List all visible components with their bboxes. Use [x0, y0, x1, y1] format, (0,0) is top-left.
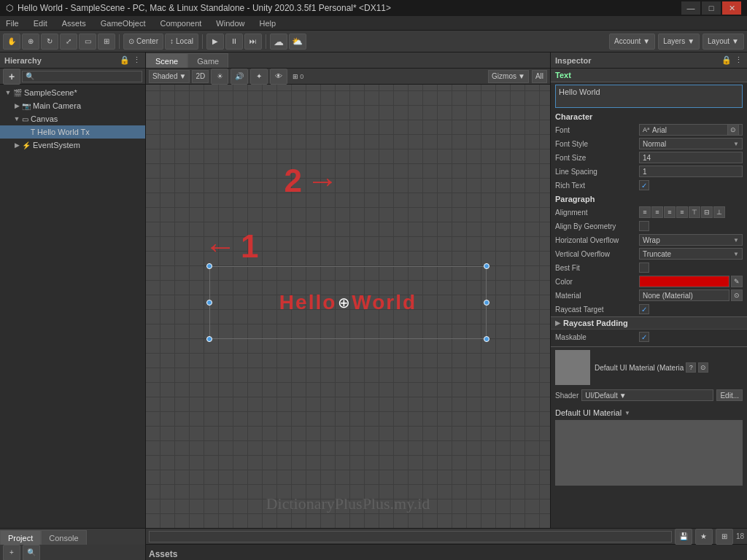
- align-bottom-button[interactable]: ⊥: [713, 206, 725, 218]
- menu-gameobject[interactable]: GameObject: [98, 18, 149, 29]
- align-top-button[interactable]: ⊤: [689, 206, 700, 218]
- tab-scene[interactable]: Scene: [146, 53, 187, 68]
- handle-tl[interactable]: [206, 263, 212, 269]
- align-middle-button[interactable]: ⊟: [701, 206, 713, 218]
- raycast-target-checkbox[interactable]: ✓: [639, 304, 649, 314]
- assets-filter-button[interactable]: ⊞: [716, 529, 733, 545]
- hierarchy-item-maincamera[interactable]: ▶ 📷 Main Camera: [0, 99, 145, 112]
- project-add-button[interactable]: +: [3, 545, 20, 561]
- audio-button[interactable]: 🔊: [231, 69, 248, 85]
- tab-game[interactable]: Game: [187, 53, 228, 68]
- layout-dropdown[interactable]: Layout ▼: [703, 34, 744, 50]
- font-style-dropdown[interactable]: Normal: [639, 138, 743, 149]
- default-material-title[interactable]: Default UI Material: [555, 408, 743, 417]
- rich-text-label: Rich Text: [555, 182, 639, 190]
- text-value-input[interactable]: Hello World: [555, 85, 743, 108]
- gizmos-dropdown[interactable]: Gizmos ▼: [488, 70, 529, 83]
- menu-component[interactable]: Component: [157, 18, 204, 29]
- hierarchy-add-button[interactable]: +: [3, 69, 20, 85]
- assets-save-search-button[interactable]: 💾: [675, 529, 692, 545]
- shading-mode-dropdown[interactable]: Shaded ▼: [149, 70, 190, 83]
- align-justify-button[interactable]: ≡: [676, 206, 688, 218]
- inspector-menu-icon[interactable]: ⋮: [735, 55, 743, 65]
- align-left-button[interactable]: ≡: [639, 206, 651, 218]
- shader-text: UI/Default: [585, 392, 617, 400]
- hand-tool-button[interactable]: ✋: [3, 34, 20, 50]
- gizmos-label: Gizmos: [492, 72, 516, 80]
- assets-search-input[interactable]: [149, 531, 672, 542]
- hierarchy-search-input[interactable]: 🔍: [22, 71, 142, 82]
- inspector-lock-icon[interactable]: 🔒: [721, 55, 732, 65]
- menu-assets[interactable]: Assets: [59, 18, 89, 29]
- hierarchy-item-label: Hello World Tx: [37, 128, 90, 136]
- move-tool-button[interactable]: ⊕: [22, 34, 39, 50]
- all-dropdown[interactable]: All: [532, 70, 547, 83]
- handle-ml[interactable]: [206, 300, 212, 306]
- shader-value[interactable]: UI/Default ▼: [581, 389, 713, 401]
- v-overflow-value: Truncate: [643, 250, 671, 258]
- menu-help[interactable]: Help: [256, 18, 279, 29]
- menu-file[interactable]: File: [3, 18, 22, 29]
- menu-window[interactable]: Window: [213, 18, 247, 29]
- handle-bl[interactable]: [206, 336, 212, 342]
- tab-console[interactable]: Console: [41, 530, 86, 545]
- local-button[interactable]: ↕ Local: [165, 34, 198, 50]
- minimize-button[interactable]: —: [681, 1, 700, 15]
- material-info-button[interactable]: ?: [686, 362, 696, 373]
- handle-mr[interactable]: [484, 300, 489, 306]
- hidden-button[interactable]: 👁: [270, 69, 287, 85]
- custom-tool-button[interactable]: ⊞: [98, 34, 115, 50]
- hierarchy-item-samplescene[interactable]: ▼ 🎬 SampleScene*: [0, 86, 145, 99]
- rect-tool-button[interactable]: ▭: [79, 34, 96, 50]
- v-overflow-label: Vertical Overflow: [555, 250, 639, 258]
- 2d-toggle[interactable]: 2D: [192, 70, 209, 83]
- hierarchy-menu-icon[interactable]: ⋮: [133, 55, 141, 65]
- cloud-button[interactable]: ⛅: [289, 34, 306, 50]
- pivot-center-button[interactable]: ⊙ Center: [123, 34, 163, 50]
- play-button[interactable]: ▶: [206, 34, 224, 50]
- lighting-button[interactable]: ☀: [211, 69, 228, 85]
- hierarchy-item-helloworldtx[interactable]: T Hello World Tx: [0, 125, 145, 139]
- align-center-button[interactable]: ≡: [651, 206, 663, 218]
- v-overflow-dropdown[interactable]: Truncate: [639, 248, 743, 260]
- rotate-tool-button[interactable]: ↻: [41, 34, 58, 50]
- best-fit-checkbox[interactable]: [639, 262, 649, 273]
- line-spacing-value[interactable]: 1: [639, 166, 743, 177]
- menu-edit[interactable]: Edit: [31, 18, 50, 29]
- 2d-label: 2D: [196, 72, 205, 80]
- maskable-checkbox[interactable]: ✓: [639, 332, 649, 342]
- material-value[interactable]: None (Material): [639, 289, 729, 301]
- scale-tool-button[interactable]: ⤢: [60, 34, 77, 50]
- font-size-value[interactable]: 14: [639, 152, 743, 163]
- h-overflow-dropdown[interactable]: Wrap: [639, 234, 743, 246]
- color-swatch[interactable]: [639, 276, 729, 287]
- project-search-button[interactable]: 🔍: [23, 545, 40, 561]
- align-by-geometry-checkbox[interactable]: [639, 221, 649, 231]
- material-select-button[interactable]: ⊙: [731, 289, 743, 301]
- collab-button[interactable]: ☁: [270, 34, 287, 50]
- account-dropdown[interactable]: Account ▼: [609, 34, 655, 50]
- layers-dropdown[interactable]: Layers ▼: [658, 34, 700, 50]
- align-right-button[interactable]: ≡: [664, 206, 676, 218]
- shader-edit-button[interactable]: Edit...: [716, 389, 743, 401]
- hierarchy-item-canvas[interactable]: ▼ ▭ Canvas: [0, 112, 145, 125]
- canvas-rect[interactable]: Hello ⊕ World: [209, 266, 487, 339]
- material-settings-button[interactable]: ⊙: [698, 362, 708, 373]
- font-texture-icon: Aᵃ: [643, 126, 650, 133]
- font-select-button[interactable]: ⊙: [727, 124, 739, 136]
- raycast-padding-header[interactable]: ▶ Raycast Padding: [551, 316, 747, 330]
- maximize-button[interactable]: □: [702, 1, 721, 15]
- assets-star-button[interactable]: ★: [695, 529, 713, 545]
- effects-button[interactable]: ✦: [250, 69, 268, 85]
- close-button[interactable]: ✕: [722, 1, 741, 15]
- handle-tr[interactable]: [484, 263, 489, 269]
- hierarchy-lock-icon[interactable]: 🔒: [120, 55, 130, 65]
- color-picker-button[interactable]: ✎: [731, 276, 743, 287]
- rich-text-checkbox[interactable]: ✓: [639, 180, 649, 190]
- scene-view[interactable]: Hello ⊕ World ← 1 2 → DictionaryPlusPlus…: [146, 85, 550, 528]
- tab-project[interactable]: Project: [0, 530, 41, 545]
- hierarchy-item-eventsystem[interactable]: ▶ ⚡ EventSystem: [0, 139, 145, 152]
- pause-button[interactable]: ⏸: [225, 34, 243, 50]
- handle-br[interactable]: [484, 336, 489, 342]
- step-button[interactable]: ⏭: [244, 34, 262, 50]
